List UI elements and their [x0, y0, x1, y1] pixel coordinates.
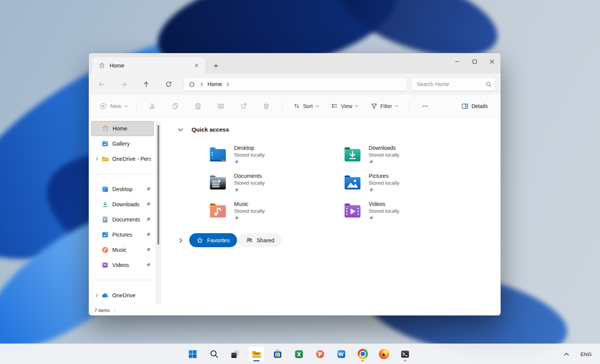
chevron-down-icon — [124, 105, 128, 107]
folder-item-desktop[interactable]: Desktop Stored locally — [208, 144, 342, 165]
file-explorer-taskbar-icon[interactable] — [248, 346, 264, 362]
chevron-right-icon[interactable] — [93, 293, 101, 297]
microsoft-store-icon[interactable] — [270, 346, 286, 362]
sidebar-item-onedrive-personal[interactable]: OneDrive - Perso — [91, 151, 154, 166]
chevron-down-icon[interactable] — [177, 127, 184, 132]
sidebar-item-videos[interactable]: Videos — [91, 257, 154, 273]
pin-icon — [369, 160, 399, 165]
chrome-icon[interactable] — [355, 346, 371, 362]
folder-manila-icon — [101, 155, 109, 163]
language-indicator[interactable]: ENG — [581, 351, 592, 357]
favorites-pill[interactable]: Favorites — [189, 233, 237, 247]
folder-item-documents[interactable]: Documents Stored locally — [208, 173, 342, 193]
sidebar-item-music[interactable]: Music — [91, 242, 154, 257]
firefox-icon[interactable] — [376, 346, 392, 362]
folder-item-downloads[interactable]: Downloads Stored locally — [342, 144, 477, 165]
favorites-pill-label: Favorites — [207, 237, 230, 243]
forward-icon[interactable] — [116, 77, 131, 91]
shared-pill[interactable]: Shared — [239, 233, 282, 247]
people-icon — [246, 237, 253, 244]
sidebar-item-downloads[interactable]: Downloads — [91, 197, 154, 212]
back-icon[interactable] — [94, 77, 108, 91]
folder-name: Videos — [369, 201, 399, 207]
quick-access-header[interactable]: Quick access — [177, 124, 501, 135]
folder-name: Desktop — [234, 145, 265, 151]
titlebar[interactable]: Home — [89, 53, 501, 74]
folder-status: Stored locally — [369, 152, 399, 158]
task-view-icon[interactable] — [227, 346, 243, 362]
chevron-right-icon[interactable] — [177, 238, 184, 243]
desktop: Home — [0, 0, 600, 364]
content-pane: Quick access Desktop Stored locally — [162, 118, 501, 306]
firefox-logo — [379, 349, 389, 359]
sidebar-item-label: Documents — [112, 217, 144, 223]
excel-icon[interactable] — [291, 346, 307, 362]
copy-icon[interactable] — [167, 99, 184, 113]
details-button[interactable]: Details — [457, 100, 492, 113]
search-input[interactable] — [417, 81, 485, 87]
breadcrumb-chevron-icon[interactable] — [226, 82, 230, 86]
address-bar[interactable]: Home — [184, 77, 407, 91]
folder-item-videos[interactable]: Videos Stored locally — [342, 201, 477, 221]
word-icon[interactable] — [333, 346, 349, 362]
terminal-icon[interactable] — [397, 346, 413, 362]
sidebar-scroll-thumb[interactable] — [157, 125, 159, 245]
sidebar-divider — [93, 174, 157, 174]
up-icon[interactable] — [139, 77, 153, 91]
documents-icon — [101, 216, 109, 224]
folder-videos-icon — [342, 201, 363, 221]
folder-name: Downloads — [369, 145, 399, 151]
breadcrumb-home-icon[interactable] — [188, 81, 195, 88]
rename-icon[interactable] — [212, 99, 229, 113]
folder-music-icon — [208, 201, 228, 221]
tab-home[interactable]: Home — [92, 57, 205, 74]
new-button[interactable]: New — [96, 100, 132, 113]
sidebar-item-desktop[interactable]: Desktop — [91, 182, 154, 197]
tab-close-icon[interactable] — [192, 61, 201, 71]
maximize-icon[interactable] — [466, 53, 483, 70]
more-options-icon[interactable] — [417, 99, 434, 113]
toolbar-separator — [409, 101, 409, 111]
sort-icon — [293, 102, 300, 110]
sort-button[interactable]: Sort — [289, 100, 323, 112]
delete-icon[interactable] — [258, 99, 275, 113]
start-button-icon[interactable] — [185, 346, 201, 362]
folder-name: Music — [234, 201, 265, 207]
sidebar-item-onedrive[interactable]: OneDrive — [91, 288, 154, 303]
statusbar-divider — [115, 308, 115, 314]
refresh-icon[interactable] — [161, 77, 176, 91]
pin-icon — [234, 188, 265, 193]
view-button[interactable]: View — [327, 100, 362, 112]
folder-status: Stored locally — [234, 208, 265, 214]
sidebar-item-home[interactable]: Home — [91, 121, 154, 136]
folder-item-music[interactable]: Music Stored locally — [208, 201, 342, 221]
filter-button[interactable]: Filter — [367, 100, 402, 112]
sidebar-item-pictures[interactable]: Pictures — [91, 227, 154, 242]
minimize-icon[interactable] — [448, 53, 466, 70]
sidebar-item-label: Downloads — [112, 201, 144, 207]
filter-icon — [371, 102, 378, 110]
share-icon[interactable] — [235, 99, 252, 113]
chevron-down-icon — [395, 105, 398, 107]
search-box[interactable] — [411, 77, 495, 91]
sidebar-item-label: Gallery — [112, 141, 151, 147]
taskbar-icons — [185, 346, 413, 362]
sidebar-item-gallery[interactable]: Gallery — [91, 136, 154, 151]
breadcrumb-chevron-icon[interactable] — [200, 82, 204, 86]
chevron-up-icon[interactable] — [564, 352, 569, 356]
chevron-right-icon[interactable] — [93, 157, 101, 161]
folder-item-pictures[interactable]: Pictures Stored locally — [342, 173, 477, 193]
powerpoint-icon[interactable] — [312, 346, 328, 362]
breadcrumb-segment[interactable]: Home — [207, 81, 222, 87]
file-explorer-window: Home — [89, 53, 501, 315]
shared-pill-label: Shared — [257, 237, 275, 243]
search-taskbar-icon[interactable] — [206, 346, 222, 362]
pictures-icon — [101, 231, 109, 239]
sidebar-item-label: Desktop — [112, 186, 144, 192]
sidebar-item-documents[interactable]: Documents — [91, 212, 154, 227]
new-tab-icon[interactable] — [211, 61, 221, 71]
search-icon[interactable] — [485, 81, 492, 88]
cut-icon[interactable] — [144, 99, 161, 113]
close-icon[interactable] — [483, 53, 501, 70]
paste-icon[interactable] — [190, 99, 206, 113]
